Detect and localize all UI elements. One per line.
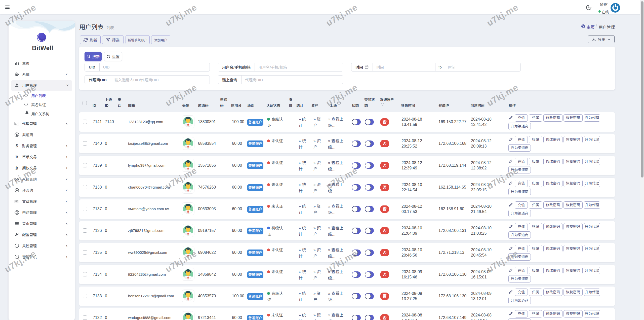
svg-text:?: ? <box>338 102 340 104</box>
svg-text:$: $ <box>16 144 18 148</box>
svg-text:₿: ₿ <box>15 166 18 170</box>
svg-text:B: B <box>15 155 18 159</box>
